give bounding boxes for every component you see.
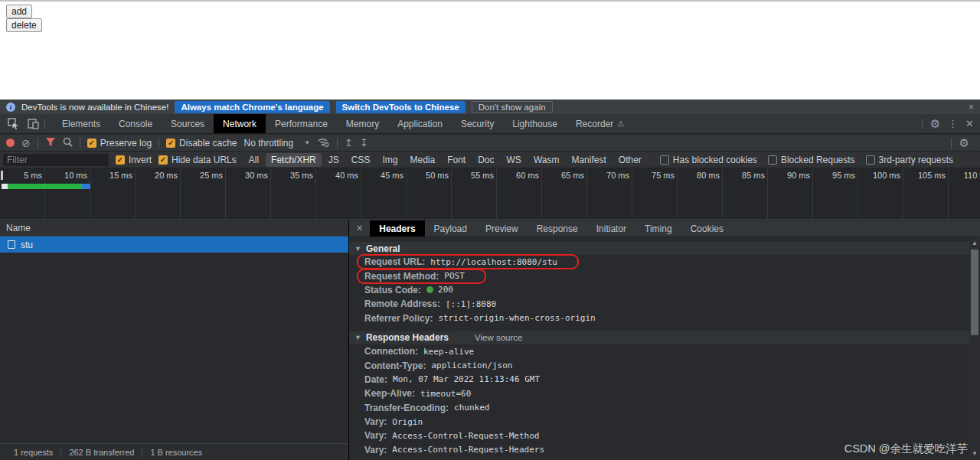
kebab-menu-icon[interactable]: ⋮ [948, 118, 958, 129]
timeline-tick: 10 ms [45, 168, 90, 219]
request-table-pane: Name stu 1 requests 262 [0, 220, 349, 460]
filter-checkbox[interactable]: Has blocked cookies [660, 155, 757, 165]
more-filters: Has blocked cookies Blocked Requests 3rd… [660, 155, 953, 165]
network-conditions-icon[interactable] [317, 137, 330, 149]
divider [922, 119, 923, 129]
export-har-icon[interactable]: ↧ [360, 137, 368, 148]
filter-checkbox[interactable]: Blocked Requests [768, 155, 855, 165]
details-tab[interactable]: Initiator [587, 220, 635, 237]
chevron-down-icon: ▼ [354, 334, 361, 341]
overview-start-marker [1, 171, 3, 180]
network-settings-gear-icon[interactable]: ⚙ [959, 136, 969, 150]
header-row: Request Method: POST [349, 269, 980, 282]
main-tab[interactable]: Application [388, 114, 452, 133]
timeline-tick: 85 ms [723, 168, 768, 219]
summary-item: 1 B resources [142, 448, 210, 457]
scroll-down-icon[interactable]: ▼ [969, 449, 980, 458]
main-tab[interactable]: Memory [337, 114, 388, 133]
disable-cache-checkbox[interactable]: ✓ Disable cache [166, 138, 237, 148]
scroll-up-icon[interactable]: ▲ [969, 239, 980, 248]
notification-close-icon[interactable]: × [969, 102, 974, 113]
main-tab[interactable]: Performance [266, 114, 337, 133]
name-column-header[interactable]: Name [0, 220, 348, 237]
network-summary-bar: 1 requests 262 B transferred 1 B resourc… [0, 443, 348, 460]
request-row[interactable]: stu [0, 237, 348, 253]
request-type-filter[interactable]: Wasm [528, 153, 565, 167]
checkbox-unchecked-icon [768, 155, 777, 165]
request-type-filter[interactable]: Fetch/XHR [266, 153, 322, 167]
view-source-link[interactable]: View source [475, 333, 522, 342]
filter-input[interactable] [3, 154, 109, 166]
main-tab[interactable]: Network [214, 114, 266, 133]
request-type-filter[interactable]: Font [442, 153, 471, 167]
hide-data-urls-checkbox[interactable]: ✓ Hide data URLs [158, 155, 237, 165]
filter-checkbox[interactable]: 3rd-party requests [866, 155, 953, 165]
request-type-filter[interactable]: Img [377, 153, 403, 167]
request-type-filter[interactable]: Other [613, 153, 647, 167]
devtools-close-icon[interactable]: ✕ [965, 118, 974, 129]
header-row: Vary: Access-Control-Request-Method [349, 429, 980, 442]
waterfall-download-segment [82, 184, 90, 189]
request-rows: stu [0, 237, 348, 253]
settings-gear-icon[interactable]: ⚙ [930, 117, 940, 131]
add-button[interactable]: add [6, 5, 32, 18]
header-row-content: Vary: Access-Control-Request-Method [364, 430, 539, 441]
main-tab[interactable]: Sources [162, 114, 214, 133]
match-language-button[interactable]: Always match Chrome's language [175, 101, 329, 113]
main-tab[interactable]: Lighthouse [503, 114, 567, 133]
checkbox-checked-icon: ✓ [87, 139, 96, 148]
request-type-filter[interactable]: Manifest [566, 153, 611, 167]
search-icon[interactable] [63, 137, 73, 149]
main-tab[interactable]: Recorder ⚠ [567, 114, 633, 133]
dont-show-again-button[interactable]: Don't show again [472, 101, 553, 113]
device-toolbar-icon[interactable] [24, 116, 41, 132]
delete-button[interactable]: delete [6, 18, 42, 32]
details-tab[interactable]: Response [528, 220, 587, 237]
page-top-border [0, 0, 980, 2]
details-tab[interactable]: Headers [370, 220, 424, 237]
inspect-element-icon[interactable] [5, 116, 21, 132]
timeline-tick: 100 ms [858, 168, 903, 219]
response-headers-section-header[interactable]: ▼ Response Headers View source [349, 331, 980, 344]
main-tab[interactable]: Security [452, 114, 503, 133]
header-row: Referrer Policy: strict-origin-when-cros… [349, 312, 980, 325]
main-tab[interactable]: Console [109, 114, 162, 133]
invert-checkbox[interactable]: ✓ Invert [116, 155, 152, 165]
details-tab[interactable]: Preview [476, 220, 528, 237]
details-tab[interactable]: Payload [425, 220, 476, 237]
request-type-filter[interactable]: All [243, 153, 264, 167]
details-tab-bar: ✕ Headers Payload Preview Response Initi… [349, 220, 980, 237]
details-tab[interactable]: Timing [635, 220, 681, 237]
devtools-panel: i DevTools is now available in Chinese! … [0, 100, 980, 460]
request-type-filter[interactable]: WS [501, 153, 527, 167]
details-tab[interactable]: Cookies [681, 220, 733, 237]
network-overview-timeline[interactable]: 5 ms 10 ms 15 ms 20 ms 25 ms 30 ms 35 ms… [0, 168, 980, 220]
request-type-filter[interactable]: CSS [346, 153, 376, 167]
request-type-filters: All Fetch/XHR JS CSS Img Media Font Doc … [243, 153, 647, 167]
switch-to-chinese-button[interactable]: Switch DevTools to Chinese [336, 101, 466, 113]
timeline-tick: 5 ms [0, 168, 45, 219]
network-toolbar: ⊘ ✓ Preserve log ✓ Disable cache No thro… [0, 135, 980, 152]
details-close-icon[interactable]: ✕ [349, 223, 370, 233]
header-row: Status Code: 200 [349, 283, 980, 297]
record-button[interactable] [6, 139, 15, 147]
clear-network-log-icon[interactable]: ⊘ [21, 137, 31, 149]
request-type-filter[interactable]: Media [404, 153, 440, 167]
throttling-dropdown[interactable]: No throttling ▼ [243, 138, 310, 148]
import-har-icon[interactable]: ↥ [345, 137, 353, 148]
request-type-filter[interactable]: JS [323, 153, 345, 167]
main-tab[interactable]: Elements [53, 114, 109, 133]
filter-funnel-icon[interactable] [45, 137, 56, 149]
header-row: Connection: keep-alive [349, 344, 980, 358]
checkbox-checked-icon: ✓ [166, 139, 175, 148]
preserve-log-checkbox[interactable]: ✓ Preserve log [87, 138, 152, 148]
status-ok-dot [426, 286, 433, 293]
timeline-tick: 35 ms [271, 168, 316, 219]
scrollbar-thumb[interactable] [971, 250, 978, 335]
divider [951, 138, 952, 148]
details-scrollbar[interactable]: ▲ ▼ [969, 237, 980, 460]
header-row: Keep-Alive: timeout=60 [349, 387, 980, 400]
timeline-tick: 30 ms [226, 168, 271, 219]
request-type-filter[interactable]: Doc [472, 153, 499, 167]
general-section-header[interactable]: ▼ General [349, 242, 980, 255]
